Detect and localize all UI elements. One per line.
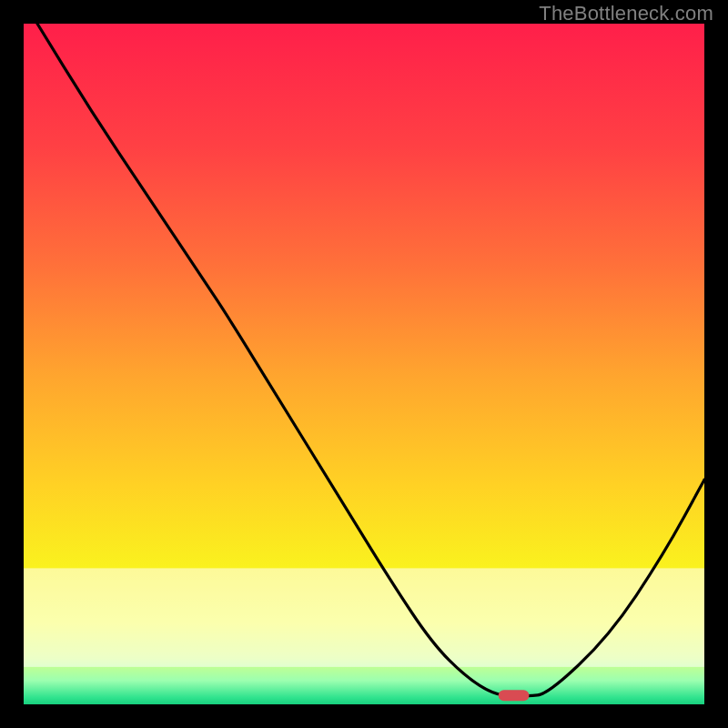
trough-marker (499, 690, 530, 701)
plot-svg (24, 24, 704, 704)
chart-frame: TheBottleneck.com (0, 0, 728, 728)
watermark-text: TheBottleneck.com (539, 2, 713, 25)
white-band (24, 568, 704, 667)
plot-area (24, 24, 704, 704)
